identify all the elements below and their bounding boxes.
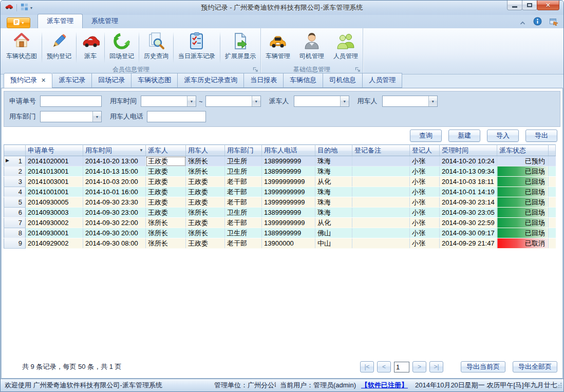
doc-tab[interactable]: 派车记录 <box>52 73 92 88</box>
grid-cell[interactable]: 13999999999 <box>262 197 315 208</box>
ribbon-button-driver[interactable]: 司机管理 <box>295 30 329 65</box>
grid-column-header[interactable]: 用车人 <box>186 145 225 156</box>
doc-tab[interactable]: 车辆状态图 <box>131 73 178 88</box>
row-header[interactable]: 6 <box>4 208 26 218</box>
table-row[interactable]: 7201409300022014-09-30 22:00张所长王政委老干部139… <box>4 218 556 228</box>
dispatch-status-cell[interactable]: 已回场 <box>497 218 549 228</box>
layout-grid-icon[interactable] <box>21 3 28 13</box>
doc-tab[interactable]: 当日报表 <box>244 73 284 88</box>
resize-grip-icon[interactable] <box>556 383 562 390</box>
grid-cell[interactable]: 王政委 <box>146 208 186 218</box>
grid-cell[interactable]: 2014-10-01 16:00 <box>83 187 146 197</box>
grid-column-header[interactable]: 派车人 <box>146 145 186 156</box>
new-button[interactable]: 新建 <box>448 129 480 142</box>
grid-cell[interactable]: 小张 <box>410 156 440 166</box>
order-number-input[interactable] <box>40 96 102 107</box>
grid-cell[interactable]: 王政委 <box>146 177 186 187</box>
grid-column-header[interactable]: 目的地 <box>315 145 352 156</box>
row-header[interactable]: 3 <box>4 177 26 187</box>
ribbon-tab-active[interactable]: 派车管理 <box>37 14 83 28</box>
app-car-icon[interactable] <box>5 3 13 12</box>
doc-tab[interactable]: 预约记录✕ <box>4 73 52 88</box>
grid-cell[interactable]: 张所长 <box>186 208 225 218</box>
table-row[interactable]: 9201409290022014-09-30 08:00张所长王政委老干部139… <box>4 238 556 249</box>
ribbon-button-extend-screen[interactable]: 扩展屏显示 <box>220 30 260 65</box>
grid-column-header[interactable]: 派车状态 <box>497 145 549 156</box>
row-header[interactable]: 2 <box>4 166 26 177</box>
grid-cell[interactable]: 王政委 <box>186 187 225 197</box>
row-header[interactable]: ▶1 <box>4 156 26 166</box>
ribbon-button-recycle[interactable]: 回场登记 <box>105 30 139 65</box>
next-page-button[interactable]: > <box>412 361 426 372</box>
grid-cell[interactable]: 珠海 <box>315 166 352 177</box>
combo-arrow-icon[interactable]: ▼ <box>340 96 349 106</box>
grid-cell[interactable] <box>352 228 410 238</box>
grid-cell[interactable]: 2014-10-13 15:00 <box>83 166 146 177</box>
grid-cell[interactable]: 2014-09-30 23:14 <box>440 197 497 208</box>
grid-cell[interactable]: 张所长 <box>146 218 186 228</box>
grid-column-header[interactable]: 受理时间 <box>440 145 497 156</box>
grid-cell[interactable]: 卫生所 <box>225 208 262 218</box>
application-menu-button[interactable]: ▾ <box>7 17 30 28</box>
info-icon[interactable] <box>533 17 542 28</box>
table-row[interactable]: 3201410030012014-10-03 20:00王政委王政委老干部139… <box>4 177 556 187</box>
grid-cell[interactable]: 1389999999 <box>262 156 315 166</box>
grid-cell[interactable]: 王政委 <box>186 238 225 249</box>
grid-cell[interactable]: 老干部 <box>225 238 262 249</box>
doc-tab[interactable]: 司机信息 <box>323 73 363 88</box>
grid-cell[interactable]: 2014-10-20 10:24 <box>440 156 497 166</box>
grid-cell[interactable]: 珠海 <box>315 156 352 166</box>
grid-cell[interactable]: 2014-10-13 09:34 <box>440 166 497 177</box>
table-row[interactable]: 8201409300012014-09-30 20:00张所长张所长卫生所138… <box>4 228 556 238</box>
use-time-end-combo[interactable]: ▼ <box>205 96 261 107</box>
row-header[interactable]: 9 <box>4 238 26 249</box>
grid-cell[interactable]: 中山 <box>315 238 352 249</box>
grid-cell[interactable]: 2014-09-30 23:05 <box>440 208 497 218</box>
grid-cell[interactable]: 2014-09-30 23:30 <box>83 197 146 208</box>
grid-cell[interactable]: 老干部 <box>225 187 262 197</box>
window-style-icon[interactable] <box>549 17 558 28</box>
grid-cell[interactable] <box>352 166 410 177</box>
table-row[interactable]: 4201410010012014-10-01 16:00王政委王政委老干部139… <box>4 187 556 197</box>
table-row[interactable]: ▶1201410200012014-10-20 13:00王政委张所长卫生所13… <box>4 156 556 166</box>
grid-cell[interactable]: 小张 <box>410 228 440 238</box>
grid-cell[interactable]: 王政委 <box>146 197 186 208</box>
grid-cell[interactable]: 小张 <box>410 238 440 249</box>
focused-cell[interactable]: 王政委 <box>146 156 186 166</box>
collapse-ribbon-icon[interactable] <box>519 18 526 27</box>
grid-cell[interactable]: 2014-09-30 09:17 <box>440 228 497 238</box>
grid-cell[interactable]: 20141013001 <box>26 166 83 177</box>
combo-arrow-icon[interactable]: ▼ <box>252 96 260 106</box>
maximize-button[interactable] <box>522 1 537 10</box>
grid-cell[interactable]: 王政委 <box>146 166 186 177</box>
close-button[interactable]: ✕ <box>537 1 559 10</box>
combo-arrow-icon[interactable]: ▼ <box>187 96 196 106</box>
grid-cell[interactable]: 2014-10-20 13:00 <box>83 156 146 166</box>
doc-tab[interactable]: 人员管理 <box>363 73 402 88</box>
grid-cell[interactable]: 2014-09-30 22:59 <box>440 218 497 228</box>
ribbon-button-clipboard-check[interactable]: 当日派车记录 <box>174 30 220 65</box>
export-current-page-button[interactable]: 导出当前页 <box>461 361 505 372</box>
grid-column-header[interactable]: 登记备注 <box>352 145 410 156</box>
grid-column-header[interactable]: 登记人 <box>410 145 440 156</box>
row-header[interactable]: 5 <box>4 197 26 208</box>
grid-cell[interactable]: 20141020001 <box>26 156 83 166</box>
ribbon-button-pencil[interactable]: 预约登记 <box>42 30 76 65</box>
ribbon-button-people[interactable]: 人员管理 <box>329 30 363 65</box>
dispatch-status-cell[interactable]: 已取消 <box>497 238 549 249</box>
combo-arrow-icon[interactable]: ▼ <box>92 111 101 122</box>
grid-cell[interactable]: 小张 <box>410 197 440 208</box>
doc-tab[interactable]: 车辆信息 <box>284 73 323 88</box>
grid-cell[interactable]: 20140930003 <box>26 208 83 218</box>
grid-cell[interactable]: 从化 <box>315 218 352 228</box>
dispatch-status-cell[interactable]: 已回场 <box>497 177 549 187</box>
grid-cell[interactable] <box>352 156 410 166</box>
grid-cell[interactable] <box>352 238 410 249</box>
dispatch-status-cell[interactable]: 已回场 <box>497 228 549 238</box>
dispatch-status-cell[interactable]: 已回场 <box>497 208 549 218</box>
grid-cell[interactable]: 珠海 <box>315 197 352 208</box>
grid-cell[interactable]: 王政委 <box>186 218 225 228</box>
page-number-input[interactable] <box>394 362 409 372</box>
dispatcher-combo[interactable]: ▼ <box>294 96 349 107</box>
table-row[interactable]: 5201409300052014-09-30 23:30王政委王政委老干部139… <box>4 197 556 208</box>
